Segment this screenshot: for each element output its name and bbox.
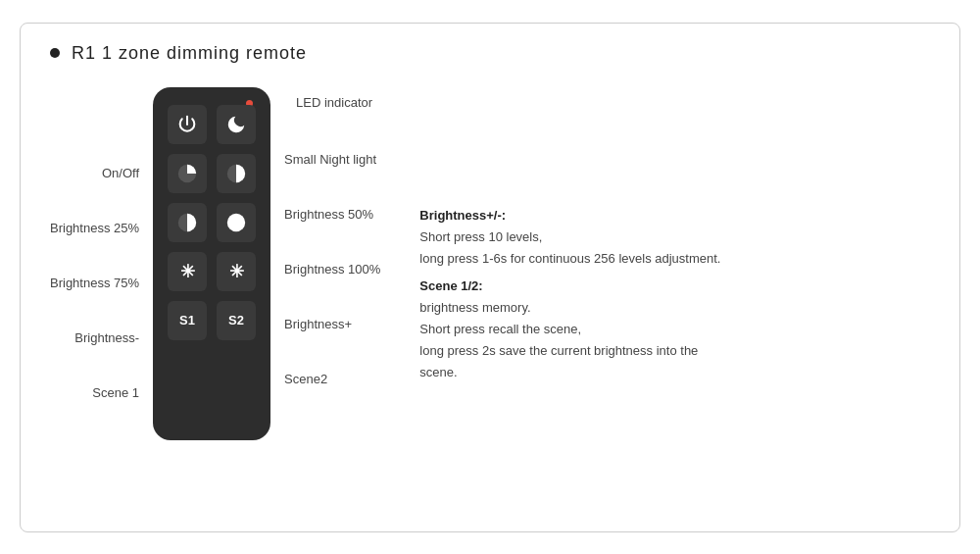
info-box: Brightness+/-: Short press 10 levels, lo… bbox=[419, 205, 733, 384]
scene2-button[interactable]: S2 bbox=[217, 301, 256, 340]
label-br25: Brightness 25% bbox=[50, 201, 139, 256]
remote-body: ✳ ✳ S1 S2 bbox=[153, 87, 270, 440]
right-labels: LED indicator Small Night light Brightne… bbox=[270, 87, 380, 407]
br100-icon bbox=[225, 212, 247, 233]
title-row: R1 1 zone dimming remote bbox=[50, 43, 930, 64]
label-scene1: Scene 1 bbox=[92, 366, 139, 421]
led-indicator-label: LED indicator bbox=[296, 95, 372, 110]
label-br75: Brightness 75% bbox=[50, 256, 139, 311]
br75-button[interactable] bbox=[168, 203, 207, 242]
night-button[interactable] bbox=[217, 105, 256, 144]
br50-button[interactable] bbox=[217, 154, 256, 193]
moon-icon bbox=[225, 114, 247, 135]
label-night: Small Night light bbox=[284, 132, 380, 187]
button-row-1 bbox=[168, 105, 256, 144]
svg-point-3 bbox=[227, 213, 245, 230]
label-scene2: Scene2 bbox=[284, 352, 380, 407]
label-br100: Brightness 100% bbox=[284, 242, 380, 297]
brightness-minus-button[interactable]: ✳ bbox=[168, 252, 207, 291]
label-brminus: Brightness- bbox=[74, 311, 139, 366]
info-line-2: long press 1-6s for continuous 256 level… bbox=[419, 248, 733, 270]
bullet-point bbox=[50, 48, 60, 58]
brightness-plus-button[interactable]: ✳ bbox=[217, 252, 256, 291]
label-onoff: On/Off bbox=[102, 146, 139, 201]
button-row-4: ✳ ✳ bbox=[168, 252, 256, 291]
button-row-2 bbox=[168, 154, 256, 193]
info-line-3: brightness memory. bbox=[419, 297, 733, 319]
br25-button[interactable] bbox=[168, 154, 207, 193]
info-line-5: long press 2s save the current brightnes… bbox=[419, 340, 733, 383]
info-line-1: Short press 10 levels, bbox=[419, 227, 733, 248]
button-row-3 bbox=[168, 203, 256, 242]
main-content: On/Off Brightness 25% Brightness 75% Bri… bbox=[50, 87, 930, 440]
button-row-5: S1 S2 bbox=[168, 301, 256, 340]
br50-icon bbox=[225, 163, 247, 184]
br75-icon bbox=[176, 212, 198, 233]
scene1-button[interactable]: S1 bbox=[168, 301, 207, 340]
main-card: R1 1 zone dimming remote On/Off Brightne… bbox=[20, 23, 960, 532]
info-line-4: Short press recall the scene, bbox=[419, 319, 733, 340]
info-heading-1: Brightness+/-: bbox=[419, 205, 733, 227]
br100-button[interactable] bbox=[217, 203, 256, 242]
scene1-label: S1 bbox=[179, 313, 195, 327]
power-button[interactable] bbox=[168, 105, 207, 144]
scene2-label: S2 bbox=[228, 313, 244, 327]
br25-icon bbox=[176, 163, 198, 184]
brightness-plus-icon: ✳ bbox=[229, 261, 244, 282]
info-heading-2: Scene 1/2: bbox=[419, 276, 733, 297]
page-title: R1 1 zone dimming remote bbox=[72, 43, 307, 64]
power-icon bbox=[176, 114, 198, 135]
label-brplus: Brightness+ bbox=[284, 297, 380, 352]
label-br50: Brightness 50% bbox=[284, 187, 380, 242]
brightness-minus-icon: ✳ bbox=[180, 261, 195, 282]
left-labels: On/Off Brightness 25% Brightness 75% Bri… bbox=[50, 87, 153, 421]
